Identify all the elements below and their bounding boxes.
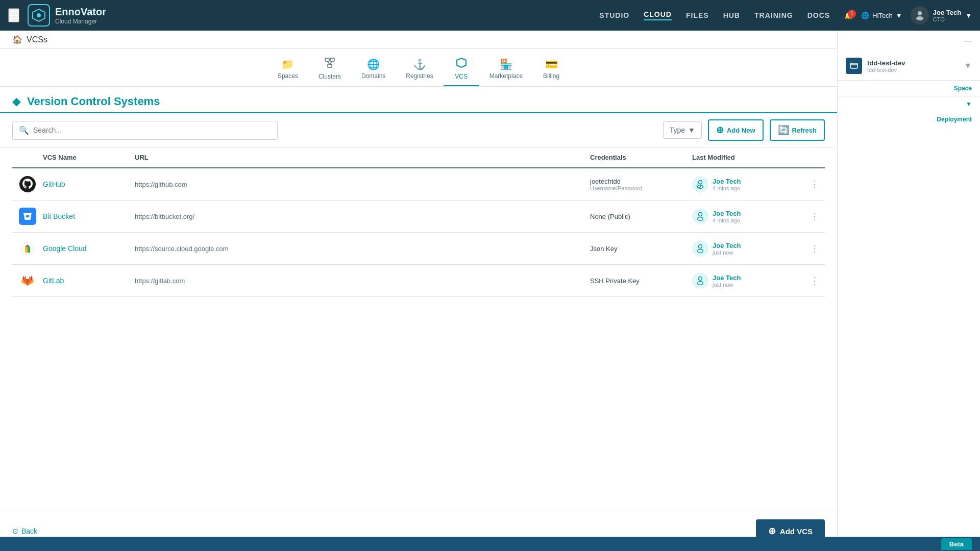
home-icon: 🏠 — [12, 35, 22, 44]
breadcrumb: 🏠 VCSs — [0, 31, 837, 49]
vcs-icon-gitlab — [12, 272, 43, 289]
nav-hub[interactable]: HUB — [723, 11, 740, 19]
row-menu-gitlab[interactable]: ⋮ — [804, 275, 825, 286]
add-new-icon: ⊕ — [716, 124, 724, 136]
type-filter[interactable]: Type ▼ — [663, 121, 702, 139]
mod-avatar-gitlab — [692, 272, 708, 289]
nav-studio[interactable]: STUDIO — [599, 11, 629, 19]
refresh-label: Refresh — [792, 127, 817, 134]
mod-avatar-github — [692, 176, 708, 192]
vcs-name-gitlab[interactable]: GitLab — [43, 277, 135, 285]
tab-vcs[interactable]: VCS — [444, 53, 479, 86]
tab-clusters-label: Clusters — [318, 73, 341, 80]
vcs-table: VCS Name URL Credentials Last Modified G… — [0, 147, 837, 511]
vcs-cred-gitlab: SSH Private Key — [590, 277, 692, 285]
sidebar-space-label: Space — [838, 81, 980, 96]
tab-vcs-label: VCS — [455, 73, 468, 80]
row-menu-github[interactable]: ⋮ — [804, 179, 825, 190]
vcs-lastmod-gcloud: Joe Tech just now — [692, 240, 804, 257]
mod-avatar-bitbucket — [692, 208, 708, 224]
vcs-url-github: https://github.com — [135, 181, 590, 188]
table-header: VCS Name URL Credentials Last Modified — [12, 147, 825, 168]
svg-marker-9 — [457, 58, 466, 67]
sidebar-deployment-label: Deployment — [838, 112, 980, 127]
col-last-modified: Last Modified — [692, 154, 804, 161]
notification-badge: 1 — [848, 10, 856, 18]
svg-point-13 — [697, 184, 701, 188]
col-icon — [12, 154, 43, 161]
tab-spaces-label: Spaces — [278, 72, 298, 80]
app-subtitle: Cloud Manager — [55, 18, 106, 25]
tab-spaces[interactable]: 📁 Spaces — [267, 54, 308, 86]
nav-right: 🔔 1 🌐 HiTech ▼ Joe Tech CTO ▼ — [844, 6, 972, 24]
tab-marketplace[interactable]: 🏪 Marketplace — [479, 54, 533, 86]
logo-area: EnnoVator Cloud Manager — [28, 4, 106, 27]
toolbar: 🔍 Type ▼ ⊕ Add New 🔄 Refresh — [0, 113, 837, 147]
vcs-url-bitbucket: https://bitbucket.org/ — [135, 213, 590, 220]
nav-training[interactable]: TRAINING — [754, 11, 793, 19]
right-sidebar: ··· tdd-test-dev tdd-test-dev ▼ Space ▼ … — [837, 31, 980, 551]
vcs-cred-gcloud: Json Key — [590, 245, 692, 253]
table-row: GitLab https://gitlab.com SSH Private Ke… — [12, 265, 825, 297]
space-expand-icon[interactable]: ▼ — [964, 61, 972, 70]
col-name: VCS Name — [43, 154, 135, 161]
nav-links: STUDIO CLOUD FILES HUB TRAINING DOCS — [599, 10, 830, 20]
user-info: Joe Tech CTO — [933, 9, 961, 22]
beta-button[interactable]: Beta — [941, 538, 972, 550]
page-title: Version Control Systems — [27, 95, 160, 108]
hamburger-menu[interactable]: ☰ — [8, 8, 19, 22]
add-new-button[interactable]: ⊕ Add New — [708, 119, 764, 141]
refresh-button[interactable]: 🔄 Refresh — [770, 119, 825, 141]
domains-icon: 🌐 — [367, 58, 380, 70]
back-button[interactable]: ⊙ Back — [12, 527, 37, 535]
svg-line-7 — [327, 61, 330, 64]
nav-docs[interactable]: DOCS — [807, 11, 830, 19]
notification-button[interactable]: 🔔 1 — [844, 12, 853, 19]
user-menu[interactable]: Joe Tech CTO ▼ — [911, 6, 972, 24]
tab-domains[interactable]: 🌐 Domains — [351, 54, 396, 86]
vcs-name-bitbucket[interactable]: Bit Bucket — [43, 212, 135, 220]
tab-billing[interactable]: 💳 Billing — [533, 54, 570, 86]
logo-text: EnnoVator Cloud Manager — [55, 6, 106, 25]
org-selector[interactable]: 🌐 HiTech ▼ — [861, 12, 902, 19]
table-row: Bit Bucket https://bitbucket.org/ None (… — [12, 201, 825, 233]
svg-point-18 — [698, 249, 703, 253]
spaces-icon: 📁 — [281, 58, 294, 70]
tab-clusters[interactable]: Clusters — [308, 53, 351, 86]
sidebar-space-name: tdd-test-dev — [867, 59, 959, 67]
clusters-icon — [324, 57, 335, 71]
col-credentials: Credentials — [590, 154, 692, 161]
user-role: CTO — [933, 16, 961, 22]
row-menu-gcloud[interactable]: ⋮ — [804, 243, 825, 254]
svg-rect-4 — [325, 58, 329, 61]
billing-icon: 💳 — [545, 58, 558, 70]
tab-registries[interactable]: ⚓ Registries — [396, 54, 443, 86]
org-name: HiTech — [872, 12, 893, 19]
svg-point-19 — [699, 277, 702, 281]
nav-cloud[interactable]: CLOUD — [644, 10, 672, 20]
tab-billing-label: Billing — [543, 72, 559, 80]
search-input[interactable] — [33, 126, 271, 134]
logo-icon — [28, 4, 50, 27]
svg-point-2 — [918, 11, 922, 15]
svg-point-11 — [699, 181, 702, 184]
svg-point-10 — [19, 176, 36, 192]
nav-files[interactable]: FILES — [686, 11, 709, 19]
bottom-bar: Beta — [0, 537, 980, 551]
search-icon: 🔍 — [19, 126, 29, 135]
content-area: 🏠 VCSs 📁 Spaces Clusters — [0, 31, 837, 551]
refresh-icon: 🔄 — [778, 124, 789, 136]
sidebar-space-info: tdd-test-dev tdd-test-dev — [867, 59, 959, 73]
sidebar-deployment-expand[interactable]: ▼ — [838, 96, 980, 112]
tab-registries-label: Registries — [406, 72, 433, 80]
svg-point-14 — [699, 213, 702, 216]
type-chevron-icon: ▼ — [688, 126, 695, 134]
vcs-name-github[interactable]: GitHub — [43, 180, 135, 188]
vcs-cred-github: joetechtdd Username/Password — [590, 178, 692, 191]
type-filter-label: Type — [670, 126, 685, 134]
row-menu-bitbucket[interactable]: ⋮ — [804, 211, 825, 222]
sidebar-space-item[interactable]: tdd-test-dev tdd-test-dev ▼ — [838, 52, 980, 81]
col-actions — [804, 154, 825, 161]
vcs-name-gcloud[interactable]: Google Cloud — [43, 244, 135, 253]
breadcrumb-label: VCSs — [27, 35, 47, 44]
